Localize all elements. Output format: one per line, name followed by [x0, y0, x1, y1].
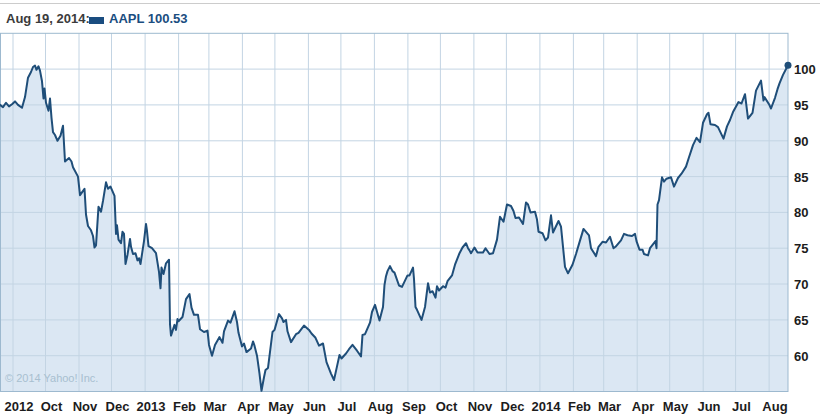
- x-tick-label: Jun: [697, 399, 720, 414]
- y-tick-label: 85: [794, 169, 808, 184]
- y-tick-label: 90: [794, 133, 808, 148]
- x-tick-label: 2012: [5, 399, 34, 414]
- x-tick-label: Jun: [303, 399, 326, 414]
- x-tick-label: Jul: [338, 399, 357, 414]
- x-tick-label: Feb: [173, 399, 196, 414]
- x-tick-label: Mar: [598, 399, 621, 414]
- y-tick-label: 80: [794, 205, 808, 220]
- x-tick-label: Mar: [203, 399, 226, 414]
- x-tick-label: Aug: [762, 399, 787, 414]
- yahoo-finance-chart-page: Aug 19, 2014: AAPL 100.53 © 2014 Yahoo! …: [0, 0, 820, 420]
- x-tick-label: Feb: [568, 399, 591, 414]
- last-price-dot: [785, 62, 792, 69]
- y-tick-label: 75: [794, 241, 808, 256]
- x-tick-label: 2013: [137, 399, 166, 414]
- y-tick-label: 95: [794, 97, 808, 112]
- y-tick-label: 60: [794, 348, 808, 363]
- x-tick-label: Apr: [632, 399, 654, 414]
- x-tick-label: Aug: [368, 399, 393, 414]
- x-tick-label: Sep: [402, 399, 426, 414]
- y-tick-label: 100: [794, 62, 816, 77]
- x-tick-label: Dec: [106, 399, 130, 414]
- x-tick-label: Oct: [436, 399, 458, 414]
- price-chart: [0, 0, 820, 420]
- x-tick-label: Jul: [732, 399, 751, 414]
- x-tick-label: Nov: [73, 399, 98, 414]
- x-tick-label: 2014: [532, 399, 561, 414]
- x-tick-label: Apr: [237, 399, 259, 414]
- x-tick-label: May: [663, 399, 688, 414]
- x-tick-label: Oct: [41, 399, 63, 414]
- x-tick-label: Nov: [468, 399, 493, 414]
- watermark: © 2014 Yahoo! Inc.: [5, 372, 98, 384]
- x-tick-label: Dec: [501, 399, 525, 414]
- y-tick-label: 70: [794, 277, 808, 292]
- x-tick-label: May: [268, 399, 293, 414]
- y-tick-label: 65: [794, 312, 808, 327]
